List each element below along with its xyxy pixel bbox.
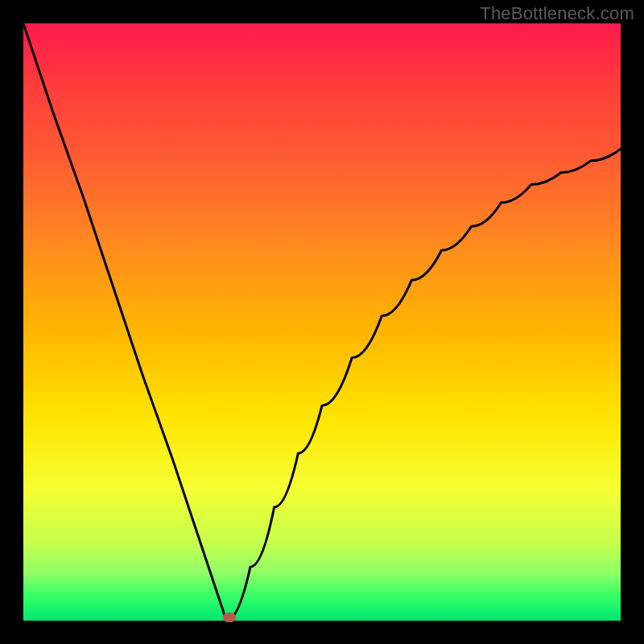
bottleneck-marker <box>223 613 236 622</box>
chart-frame: TheBottleneck.com <box>0 0 644 644</box>
watermark-text: TheBottleneck.com <box>480 3 634 24</box>
plot-area <box>23 23 621 621</box>
bottleneck-curve <box>23 23 621 621</box>
